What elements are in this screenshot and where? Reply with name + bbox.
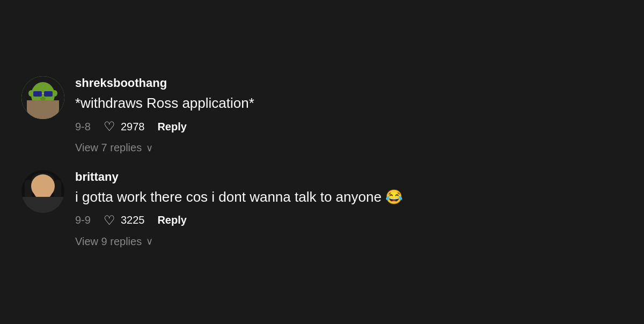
avatar-brittany bbox=[21, 170, 64, 213]
chevron-down-icon-1: ∨ bbox=[146, 142, 153, 154]
comment-1-content: shreksboothang *withdraws Ross applicati… bbox=[75, 76, 623, 154]
username-brittany: brittany bbox=[75, 170, 623, 184]
chevron-down-icon-2: ∨ bbox=[146, 235, 153, 247]
comment-2: brittany i gotta work there cos i dont w… bbox=[21, 170, 623, 248]
view-replies-label-2: View 9 replies bbox=[75, 235, 142, 248]
svg-point-15 bbox=[31, 173, 55, 187]
comment-1-actions: 9-8 ♡ 2978 Reply bbox=[75, 119, 623, 134]
svg-point-12 bbox=[33, 179, 53, 200]
svg-point-19 bbox=[46, 188, 49, 190]
comment-text-1: *withdraws Ross application* bbox=[75, 94, 623, 113]
svg-point-1 bbox=[28, 104, 58, 119]
reply-button-2[interactable]: Reply bbox=[157, 214, 186, 226]
comment-2-content: brittany i gotta work there cos i dont w… bbox=[75, 170, 623, 248]
comment-1: shreksboothang *withdraws Ross applicati… bbox=[21, 76, 623, 154]
view-replies-label-1: View 7 replies bbox=[75, 142, 142, 154]
svg-point-16 bbox=[37, 187, 41, 190]
svg-point-5 bbox=[52, 90, 57, 97]
reply-button-1[interactable]: Reply bbox=[157, 121, 186, 133]
like-count-2: 3225 bbox=[121, 214, 145, 226]
username-shreksboothang: shreksboothang bbox=[75, 76, 623, 90]
svg-rect-6 bbox=[33, 91, 42, 97]
comment-section: shreksboothang *withdraws Ross applicati… bbox=[21, 76, 623, 248]
svg-point-17 bbox=[45, 187, 49, 190]
heart-icon-1: ♡ bbox=[104, 119, 115, 134]
comment-2-actions: 9-9 ♡ 3225 Reply bbox=[75, 213, 623, 228]
view-replies-1[interactable]: View 7 replies ∨ bbox=[75, 142, 623, 154]
svg-point-2 bbox=[32, 105, 54, 119]
view-replies-2[interactable]: View 9 replies ∨ bbox=[75, 235, 623, 248]
svg-rect-7 bbox=[44, 91, 53, 97]
like-button-1[interactable]: ♡ 2978 bbox=[104, 119, 145, 134]
svg-rect-21 bbox=[27, 203, 59, 213]
svg-point-20 bbox=[41, 191, 45, 193]
svg-point-18 bbox=[39, 188, 41, 190]
svg-point-4 bbox=[28, 90, 34, 97]
svg-point-9 bbox=[40, 97, 46, 101]
avatar-shrek bbox=[21, 76, 64, 119]
like-count-1: 2978 bbox=[121, 121, 145, 133]
svg-rect-14 bbox=[54, 180, 61, 198]
svg-rect-13 bbox=[25, 180, 32, 198]
heart-icon-2: ♡ bbox=[104, 213, 115, 228]
timestamp-2: 9-9 bbox=[75, 214, 91, 226]
comment-text-2: i gotta work there cos i dont wanna talk… bbox=[75, 188, 623, 207]
like-button-2[interactable]: ♡ 3225 bbox=[104, 213, 145, 228]
timestamp-1: 9-8 bbox=[75, 121, 91, 133]
